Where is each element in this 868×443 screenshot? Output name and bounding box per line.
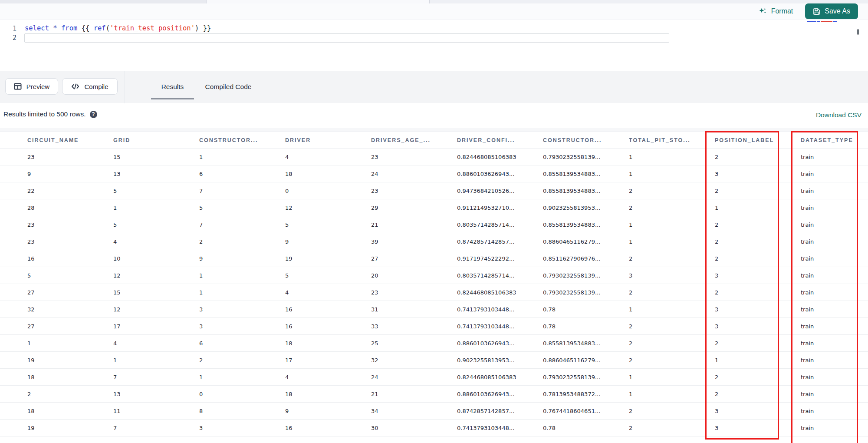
table-row: 23429390.8742857142857...0.8860465116279… — [0, 233, 868, 250]
table-top-gap — [0, 128, 868, 132]
code-editor[interactable]: 1 2 select * from {{ ref('train_test_pos… — [0, 20, 868, 71]
active-line-highlight[interactable] — [24, 33, 669, 43]
table-cell: 17 — [113, 323, 199, 330]
table-cell: 2 — [629, 357, 715, 364]
table-cell: 7 — [113, 374, 199, 380]
table-cell: 16 — [27, 255, 113, 262]
column-header: CONSTRUCTOR... — [543, 137, 629, 143]
table-row: 14618250.8860103626943...0.8558139534883… — [0, 335, 868, 352]
code-line-1[interactable]: select * from {{ ref('train_test_positio… — [25, 24, 211, 33]
table-cell: 2 — [715, 154, 801, 160]
table-cell: 3 — [715, 171, 801, 177]
results-toolbar: Preview Compile Results Compiled Code — [0, 71, 868, 103]
table-cell: 0.8860465116279... — [543, 238, 629, 245]
table-cell: 23 — [27, 222, 113, 228]
table-cell: train — [801, 340, 868, 347]
save-as-button[interactable]: Save As — [805, 3, 858, 19]
results-limit-text: Results limited to 500 rows. — [3, 110, 86, 118]
table-cell: 1 — [113, 205, 199, 211]
table-cell: 1 — [715, 357, 801, 364]
table-cell: 2 — [629, 408, 715, 414]
table-cell: 2 — [715, 374, 801, 380]
table-cell: train — [801, 222, 868, 228]
code-token: ) — [195, 24, 199, 32]
table-cell: 0.8558139534883... — [543, 222, 629, 228]
table-cell: 30 — [371, 425, 457, 431]
table-cell: 9 — [199, 255, 285, 262]
table-cell: 0.7413793103448... — [457, 306, 543, 313]
table-cell: 2 — [27, 391, 113, 397]
table-cell: 1 — [27, 340, 113, 347]
table-cell: 19 — [285, 255, 371, 262]
editor-scrollbar-thumb[interactable] — [857, 29, 859, 35]
table-cell: 31 — [371, 306, 457, 313]
table-cell: 23 — [27, 154, 113, 160]
code-token: * — [53, 24, 57, 32]
help-icon[interactable]: ? — [90, 111, 97, 118]
table-cell: 0.8742857142857... — [457, 408, 543, 414]
compile-button-label: Compile — [84, 83, 108, 90]
table-cell: 16 — [285, 425, 371, 431]
table-cell: 0.9023255813953... — [543, 205, 629, 211]
table-cell: 2 — [629, 205, 715, 211]
editor-minimap[interactable] — [804, 20, 861, 56]
table-cell: 10 — [113, 255, 199, 262]
table-cell: train — [801, 289, 868, 296]
table-row: 23575210.8035714285714...0.8558139534883… — [0, 216, 868, 233]
compile-button[interactable]: Compile — [62, 78, 118, 95]
column-header: POSITION_LABEL — [715, 137, 801, 143]
table-cell: 0.78 — [543, 323, 629, 330]
table-cell: 9 — [285, 408, 371, 414]
table-cell: 2 — [629, 323, 715, 330]
table-cell: 21 — [371, 391, 457, 397]
table-cell: 7 — [199, 188, 285, 194]
table-row: 913618240.8860103626943...0.855813953488… — [0, 165, 868, 182]
table-cell: 4 — [113, 238, 199, 245]
table-cell: 19 — [27, 425, 113, 431]
download-csv-link[interactable]: Download CSV — [816, 111, 861, 119]
table-cell: 0.7930232558139... — [543, 272, 629, 279]
table-cell: 0.8558139534883... — [543, 188, 629, 194]
table-cell: 2 — [715, 391, 801, 397]
table-cell: train — [801, 272, 868, 279]
file-tab-right[interactable] — [430, 0, 868, 3]
table-cell: 0.8558139534883... — [543, 340, 629, 347]
table-cell: 2 — [715, 238, 801, 245]
table-cell: 12 — [113, 272, 199, 279]
table-cell: 1 — [715, 205, 801, 211]
table-cell: 12 — [113, 306, 199, 313]
table-cell: train — [801, 171, 868, 177]
table-row: 2717316330.7413793103448...0.7823train — [0, 318, 868, 335]
table-cell: 3 — [715, 425, 801, 431]
table-cell: 0.8511627906976... — [543, 255, 629, 262]
code-token: from — [61, 24, 77, 32]
tab-compiled-code[interactable]: Compiled Code — [197, 71, 259, 102]
table-cell: 18 — [27, 408, 113, 414]
tab-results[interactable]: Results — [151, 71, 194, 102]
column-header: TOTAL_PIT_STO... — [629, 137, 715, 143]
preview-button[interactable]: Preview — [5, 78, 58, 95]
table-cell: 21 — [371, 222, 457, 228]
table-cell: 29 — [371, 205, 457, 211]
table-cell: 2 — [629, 188, 715, 194]
table-cell: 2 — [629, 255, 715, 262]
format-button-label: Format — [771, 7, 793, 15]
table-cell: 23 — [371, 154, 457, 160]
table-cell: 0.78 — [543, 425, 629, 431]
table-cell: 0.8035714285714... — [457, 222, 543, 228]
table-cell: train — [801, 188, 868, 194]
table-cell: 3 — [715, 408, 801, 414]
table-cell: 4 — [285, 374, 371, 380]
file-tab-active[interactable] — [207, 0, 430, 3]
column-header: DATASET_TYPE — [801, 137, 868, 143]
table-row: 271514230.8244680851063830.7930232558139… — [0, 284, 868, 301]
table-cell: 2 — [715, 340, 801, 347]
table-cell: 0.9023255813953... — [457, 357, 543, 364]
save-as-button-label: Save As — [825, 7, 850, 15]
table-cell: 0 — [199, 391, 285, 397]
table-cell: train — [801, 255, 868, 262]
table-cell: 1 — [629, 374, 715, 380]
table-cell: 15 — [113, 289, 199, 296]
file-tab-left[interactable] — [0, 0, 207, 3]
format-button[interactable]: Format — [759, 7, 793, 15]
